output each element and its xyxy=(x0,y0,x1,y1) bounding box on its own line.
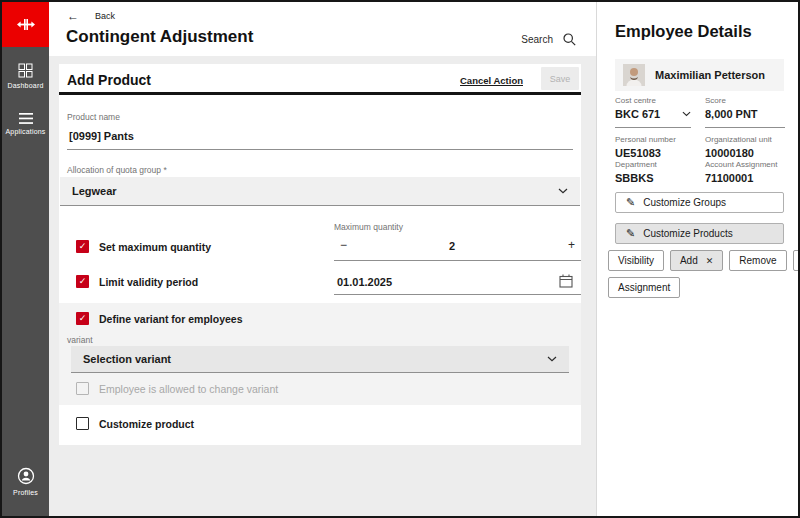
visibility-chip[interactable]: Visibility xyxy=(608,250,664,271)
max-quantity-column-label: Maximum quantity xyxy=(334,222,403,232)
employee-details-title: Employee Details xyxy=(615,22,752,41)
employee-change-variant-row: Employee is allowed to change variant xyxy=(76,382,278,395)
department-field: Department SBBKS xyxy=(615,160,695,184)
account-assignment-value: 71100001 xyxy=(705,172,753,184)
card-header: Add Product Cancel Action Save xyxy=(59,64,581,95)
product-name-label: Product name xyxy=(67,112,120,122)
back-arrow-icon: ← xyxy=(67,11,79,21)
customize-products-button[interactable]: ✎ Customize Products xyxy=(615,223,784,244)
variant-section: ✓ Define variant for employees variant S… xyxy=(59,303,581,405)
cost-centre-field[interactable]: Cost centre BKC 671 xyxy=(615,96,691,128)
page-header: ← Back Contingent Adjustment Search xyxy=(49,2,596,56)
validity-date-input[interactable]: 01.01.2025 xyxy=(337,276,392,288)
employee-card: Maximilian Petterson xyxy=(615,59,784,91)
customize-groups-label: Customize Groups xyxy=(643,197,726,208)
organizational-unit-field: Organizational unit 10000180 xyxy=(705,135,790,159)
search-label: Search xyxy=(521,34,553,45)
sidebar-label-applications: Applications xyxy=(5,128,45,135)
quantity-underline xyxy=(334,260,581,261)
employee-change-variant-checkbox[interactable] xyxy=(76,382,89,395)
department-label: Department xyxy=(615,160,695,169)
brand-logo[interactable] xyxy=(2,2,49,47)
quota-group-value: Legwear xyxy=(72,185,117,197)
define-variant-checkbox[interactable]: ✓ xyxy=(76,312,89,325)
score-field: Score 8,000 PNT xyxy=(705,96,785,128)
quota-group-label: Allocation of quota group * xyxy=(67,165,167,175)
chevron-down-icon xyxy=(547,356,557,362)
quantity-decrement-button[interactable]: − xyxy=(340,238,347,252)
sidebar-item-profiles[interactable]: Profiles xyxy=(2,467,49,496)
calendar-icon[interactable] xyxy=(559,274,573,288)
chevron-down-icon xyxy=(682,111,691,117)
assignment-chip[interactable]: Assignment xyxy=(608,277,680,298)
organizational-unit-label: Organizational unit xyxy=(705,135,790,144)
personal-number-field: Personal number UE51083 xyxy=(615,135,695,159)
check-icon: ✓ xyxy=(79,240,87,253)
variant-value: Selection variant xyxy=(83,353,171,365)
set-max-quantity-checkbox[interactable]: ✓ xyxy=(76,240,89,253)
define-variant-row: ✓ Define variant for employees xyxy=(76,312,243,325)
product-action-chips-row2: Assignment xyxy=(608,277,680,298)
sidebar-label-profiles: Profiles xyxy=(13,489,38,496)
chevron-down-icon xyxy=(558,188,568,194)
sidebar-item-applications[interactable]: Applications xyxy=(2,113,49,135)
sbb-logo-icon xyxy=(17,19,35,30)
cost-centre-label: Cost centre xyxy=(615,96,691,105)
sidebar: Dashboard Applications Profiles xyxy=(2,2,49,516)
check-icon: ✓ xyxy=(79,275,87,288)
pencil-icon: ✎ xyxy=(626,228,635,239)
customize-product-label: Customize product xyxy=(99,418,194,430)
app-window: Dashboard Applications Profiles ← Back xyxy=(0,0,800,518)
department-value: SBBKS xyxy=(615,172,654,184)
add-product-card: Add Product Cancel Action Save Product n… xyxy=(59,64,581,445)
card-title: Add Product xyxy=(67,72,151,88)
set-max-quantity-row: ✓ Set maximum quantity xyxy=(76,240,211,253)
cancel-action-link[interactable]: Cancel Action xyxy=(460,75,523,86)
variant-label: variant xyxy=(67,335,93,345)
page-title: Contingent Adjustment xyxy=(66,27,253,47)
limit-validity-checkbox[interactable]: ✓ xyxy=(76,275,89,288)
edit-chip[interactable]: Edit xyxy=(793,250,800,271)
score-label: Score xyxy=(705,96,785,105)
search-icon xyxy=(563,33,576,46)
variant-select[interactable]: Selection variant xyxy=(71,346,569,373)
employee-avatar xyxy=(623,64,645,86)
pencil-icon: ✎ xyxy=(626,197,635,208)
product-action-chips: Visibility Add ✕ Remove Edit xyxy=(608,250,800,271)
close-icon: ✕ xyxy=(706,256,714,266)
cost-centre-value: BKC 671 xyxy=(615,108,660,120)
sidebar-item-dashboard[interactable]: Dashboard xyxy=(2,63,49,89)
back-button[interactable]: ← Back xyxy=(67,11,115,21)
employee-name: Maximilian Petterson xyxy=(655,69,765,81)
product-name-input[interactable]: [0999] Pants xyxy=(69,130,134,142)
applications-icon xyxy=(19,113,33,124)
customize-product-row: Customize product xyxy=(76,417,194,430)
add-chip-label: Add xyxy=(680,255,698,266)
personal-number-value: UE51083 xyxy=(615,147,661,159)
account-assignment-field: Account Assignment 71100001 xyxy=(705,160,790,184)
back-label: Back xyxy=(95,11,115,21)
dashboard-icon xyxy=(18,63,33,78)
score-value: 8,000 PNT xyxy=(705,108,758,120)
quota-group-select[interactable]: Legwear xyxy=(60,177,580,206)
employee-change-variant-label: Employee is allowed to change variant xyxy=(99,383,278,395)
product-name-underline xyxy=(67,149,573,150)
define-variant-label: Define variant for employees xyxy=(99,313,243,325)
customize-products-label: Customize Products xyxy=(643,228,732,239)
quantity-increment-button[interactable]: + xyxy=(568,238,575,252)
account-assignment-label: Account Assignment xyxy=(705,160,790,169)
main-area: ← Back Contingent Adjustment Search Add … xyxy=(49,2,596,516)
add-chip[interactable]: Add ✕ xyxy=(670,250,723,271)
remove-chip[interactable]: Remove xyxy=(729,250,786,271)
sidebar-label-dashboard: Dashboard xyxy=(7,82,43,89)
quantity-value[interactable]: 2 xyxy=(449,240,455,252)
customize-groups-button[interactable]: ✎ Customize Groups xyxy=(615,192,784,213)
customize-product-checkbox[interactable] xyxy=(76,417,89,430)
validity-underline xyxy=(334,294,581,295)
search-button[interactable]: Search xyxy=(515,29,582,50)
personal-number-label: Personal number xyxy=(615,135,695,144)
limit-validity-row: ✓ Limit validity period xyxy=(76,275,198,288)
employee-details-panel: Employee Details Maximilian Petterson Co… xyxy=(596,2,798,516)
save-button[interactable]: Save xyxy=(541,67,579,90)
visibility-chip-label: Visibility xyxy=(618,255,654,266)
